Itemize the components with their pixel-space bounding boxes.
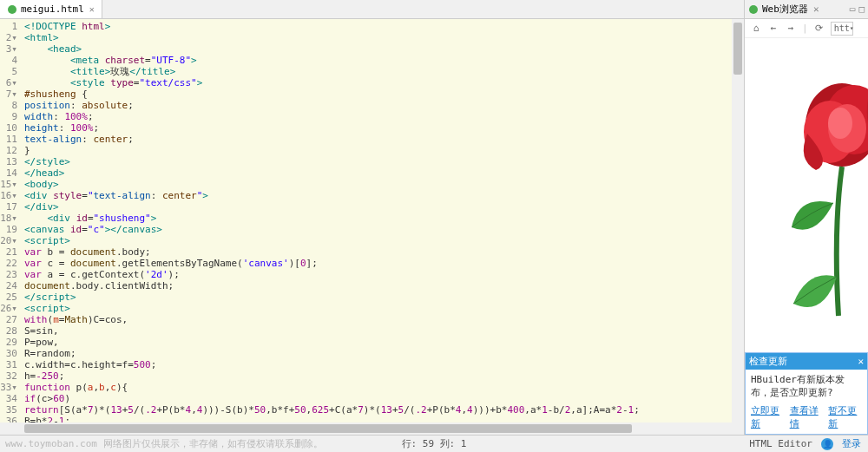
url-input[interactable]: htt ▾ [831, 22, 853, 36]
home-icon[interactable]: ⌂ [750, 23, 762, 35]
horizontal-scrollbar-thumb[interactable] [24, 424, 632, 433]
back-icon[interactable]: ← [767, 23, 779, 35]
code-editor[interactable]: 12▾3▾456▾7▾89101112131415▾16▾1718▾1920▾2… [0, 19, 744, 423]
preview-toolbar: ⌂ ← → | ⟳ htt ▾ [745, 19, 868, 38]
maximize-icon[interactable]: □ [858, 3, 865, 15]
svg-point-6 [828, 108, 852, 139]
forward-icon[interactable]: → [785, 23, 797, 35]
html-file-icon [7, 4, 17, 15]
preview-tab-close[interactable]: ✕ [813, 3, 819, 15]
horizontal-scrollbar[interactable] [0, 423, 744, 435]
svg-point-1 [749, 5, 758, 14]
refresh-icon[interactable]: ⟳ [813, 23, 825, 35]
update-popup-title: 检查更新 [749, 355, 787, 368]
vertical-scrollbar-thumb[interactable] [733, 23, 742, 75]
login-link[interactable]: 登录 [842, 437, 861, 450]
editor-name: HTML Editor [749, 438, 812, 449]
update-now-link[interactable]: 立即更新 [751, 404, 785, 430]
browser-icon [748, 4, 759, 15]
update-popup: 检查更新 ✕ HBuilder有新版本发布，是否立即更新? 立即更新 查看详情 … [745, 352, 868, 435]
preview-content: 检查更新 ✕ HBuilder有新版本发布，是否立即更新? 立即更新 查看详情 … [745, 38, 868, 435]
editor-tab-filename: meigui.html [21, 3, 84, 15]
code-content[interactable]: <!DOCTYPE html><html> <head> <meta chars… [21, 19, 744, 423]
svg-point-0 [8, 5, 16, 14]
toolbar-separator: | [802, 23, 808, 34]
editor-tab[interactable]: meigui.html ✕ [0, 0, 102, 18]
preview-tab-bar: Web浏览器 ✕ ▭ □ [745, 0, 868, 19]
preview-pane: Web浏览器 ✕ ▭ □ ⌂ ← → | ⟳ htt ▾ [745, 0, 868, 435]
vertical-scrollbar[interactable] [732, 19, 744, 423]
update-later-link[interactable]: 暂不更新 [828, 404, 862, 430]
user-avatar-icon[interactable]: 👤 [821, 438, 833, 450]
rose-image [781, 73, 868, 324]
view-details-link[interactable]: 查看详情 [790, 404, 824, 430]
editor-pane: meigui.html ✕ 12▾3▾456▾7▾89101112131415▾… [0, 0, 745, 435]
watermark-text: www.toymoban.com 网络图片仅供展示，非存储，如有侵权请联系删除。 [0, 437, 323, 450]
update-popup-actions: 立即更新 查看详情 暂不更新 [746, 403, 867, 434]
update-popup-titlebar: 检查更新 ✕ [746, 353, 867, 370]
cursor-position: 行: 59 列: 1 [402, 437, 467, 450]
url-value: htt [834, 23, 850, 33]
editor-tab-bar: meigui.html ✕ [0, 0, 744, 19]
update-popup-close[interactable]: ✕ [858, 356, 864, 367]
status-bar: www.toymoban.com 网络图片仅供展示，非存储，如有侵权请联系删除。… [0, 435, 868, 452]
url-dropdown-icon[interactable]: ▾ [850, 24, 854, 32]
minimize-icon[interactable]: ▭ [850, 3, 856, 15]
preview-tab-label[interactable]: Web浏览器 [762, 3, 808, 16]
update-popup-message: HBuilder有新版本发布，是否立即更新? [746, 370, 867, 403]
line-number-gutter: 12▾3▾456▾7▾89101112131415▾16▾1718▾1920▾2… [0, 19, 21, 423]
editor-tab-close[interactable]: ✕ [89, 4, 95, 14]
